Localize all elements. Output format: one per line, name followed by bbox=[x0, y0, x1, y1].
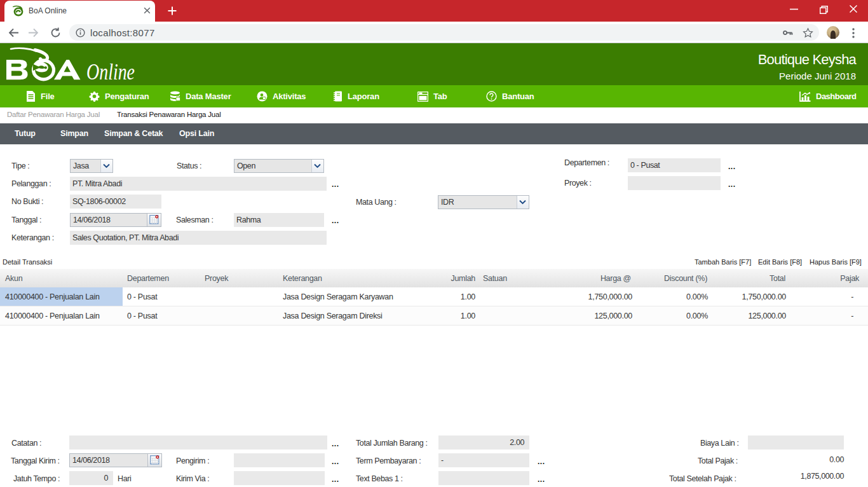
svg-text:Online: Online bbox=[86, 59, 135, 83]
